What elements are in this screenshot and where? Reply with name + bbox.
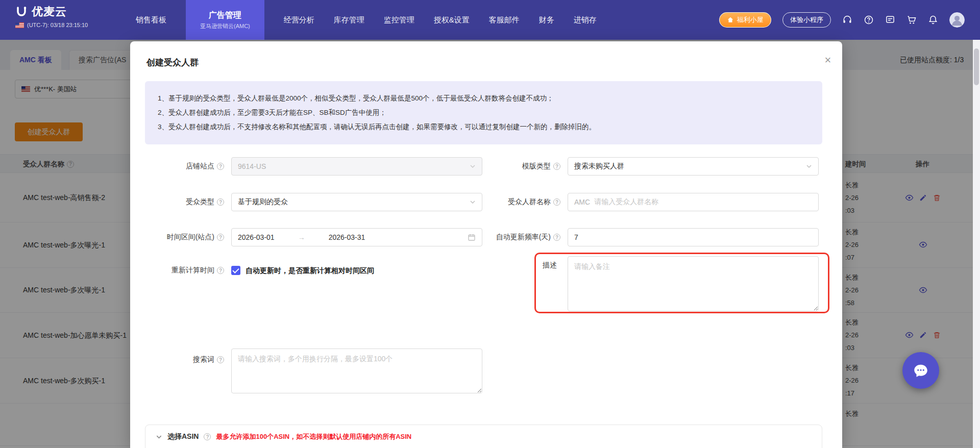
update-frequency-input[interactable] (568, 228, 819, 246)
search-terms-textarea[interactable] (231, 349, 482, 393)
audience-name-placeholder: 请输入受众人群名称 (594, 197, 658, 207)
notice-box: 1、基于规则的受众类型，受众人群最低是2000个，相似受众类型，受众人群最低是5… (145, 81, 822, 144)
help-icon: ? (553, 198, 560, 206)
notice-line: 1、基于规则的受众类型，受众人群最低是2000个，相似受众类型，受众人群最低是5… (158, 91, 810, 106)
main-nav: 销售看板 广告管理 亚马逊营销云(AMC) 经营分析 库存管理 监控管理 授权&… (136, 0, 597, 40)
help-icon: ? (553, 234, 560, 241)
template-type-select[interactable]: 搜索未购买人群 (568, 157, 819, 176)
nav-item-sublabel: 亚马逊营销云(AMC) (200, 22, 250, 30)
help-icon: ? (217, 356, 224, 363)
help-icon: ? (204, 433, 211, 440)
date-range-picker[interactable]: 2026-03-01 → 2026-03-31 (231, 228, 482, 246)
us-flag-icon (15, 22, 24, 28)
nav-item-label: 广告管理 (209, 10, 241, 21)
chevron-down-icon (156, 434, 162, 440)
miniapp-label: 体验小程序 (790, 15, 823, 24)
house-icon (727, 16, 734, 23)
asin-section-header[interactable]: 选择ASIN ? 最多允许添加100个ASIN，如不选择则默认使用店铺内的所有A… (145, 425, 822, 448)
close-icon[interactable]: × (820, 53, 836, 68)
nav-item-ad-management[interactable]: 广告管理 亚马逊营销云(AMC) (186, 0, 264, 40)
feedback-icon[interactable] (885, 15, 895, 25)
header-actions: 福利小屋 体验小程序 (719, 0, 965, 40)
help-icon: ? (553, 163, 560, 170)
chat-support-button[interactable] (902, 352, 939, 389)
search-terms-label: 搜索词? (142, 354, 224, 366)
help-icon: ? (217, 198, 224, 206)
nav-item-auth-settings[interactable]: 授权&设置 (434, 0, 470, 40)
time-range-label: 时间区间(站点)? (132, 228, 224, 246)
customer-service-icon[interactable] (842, 15, 852, 25)
description-textarea[interactable] (568, 256, 819, 311)
mini-program-button[interactable]: 体验小程序 (782, 12, 831, 28)
help-icon: ? (217, 267, 224, 274)
audience-type-label: 受众类型? (132, 193, 224, 211)
user-avatar[interactable] (949, 12, 965, 28)
notice-line: 2、受众人群创建成功后，至少需要3天后才能在SP、SB和SD广告中使用； (158, 106, 810, 120)
welfare-house-button[interactable]: 福利小屋 (719, 12, 771, 28)
audience-name-label: 受众人群名称? (469, 193, 560, 211)
notice-line: 3、受众人群创建成功后，不支持修改名称和其他配置项，请确认无误后再点击创建，如果… (158, 120, 810, 134)
create-audience-modal: 创建受众人群 × 1、基于规则的受众类型，受众人群最低是2000个，相似受众类型… (130, 41, 842, 448)
scrollbar-track[interactable] (973, 40, 980, 448)
audience-name-input[interactable]: AMC 请输入受众人群名称 (568, 193, 819, 211)
nav-item-customer-email[interactable]: 客服邮件 (489, 0, 520, 40)
asin-section: 选择ASIN ? 最多允许添加100个ASIN，如不选择则默认使用店铺内的所有A… (145, 425, 822, 448)
logo-icon (15, 6, 28, 18)
arrow-right-icon: → (298, 233, 305, 241)
audience-name-prefix: AMC (574, 198, 590, 206)
nav-item-finance[interactable]: 财务 (539, 0, 554, 40)
nav-item-monitoring[interactable]: 监控管理 (384, 0, 414, 40)
recalc-checkbox[interactable] (231, 266, 240, 275)
logo-text: 优麦云 (32, 4, 67, 19)
asin-section-title: 选择ASIN (167, 432, 199, 441)
help-icon: ? (217, 234, 224, 241)
recalc-time-label: 重新计算时间? (132, 261, 224, 280)
cart-icon[interactable] (906, 15, 917, 25)
help-icon: ? (217, 163, 224, 170)
nav-item-business-analysis[interactable]: 经营分析 (284, 0, 314, 40)
description-label: 描述 (511, 258, 557, 273)
shop-site-label: 店铺站点? (132, 157, 224, 176)
app-logo[interactable]: 优麦云 (15, 4, 88, 19)
range-start-date[interactable]: 2026-03-01 (238, 233, 275, 241)
chevron-down-icon (806, 163, 812, 169)
chat-bubble-icon (912, 362, 929, 379)
logo-block: 优麦云 (UTC-7): 03/18 23:15:10 (15, 4, 88, 28)
shop-site-select[interactable]: 9614-US (231, 157, 482, 176)
timezone-clock: (UTC-7): 03/18 23:15:10 (15, 22, 88, 28)
nav-item-sales-dashboard[interactable]: 销售看板 (136, 0, 166, 40)
help-circle-icon[interactable] (864, 15, 874, 25)
update-frequency-label: 自动更新频率(天)? (469, 228, 560, 246)
scrollbar-thumb[interactable] (974, 48, 979, 85)
datetime-text: (UTC-7): 03/18 23:15:10 (27, 22, 88, 28)
nav-item-inventory[interactable]: 库存管理 (334, 0, 364, 40)
welfare-label: 福利小屋 (737, 15, 764, 24)
audience-type-select[interactable]: 基于规则的受众 (231, 193, 482, 211)
bell-icon[interactable] (928, 15, 938, 25)
template-type-label: 模版类型? (469, 157, 560, 176)
modal-title: 创建受众人群 (146, 57, 199, 68)
recalc-checkbox-text: 自动更新时，是否重新计算相对时间区间 (246, 266, 374, 276)
range-end-date[interactable]: 2026-03-31 (329, 233, 365, 241)
nav-item-erp[interactable]: 进销存 (574, 0, 597, 40)
top-nav-bar: 优麦云 (UTC-7): 03/18 23:15:10 销售看板 广告管理 亚马… (0, 0, 980, 40)
asin-section-hint: 最多允许添加100个ASIN，如不选择则默认使用店铺内的所有ASIN (216, 432, 411, 441)
